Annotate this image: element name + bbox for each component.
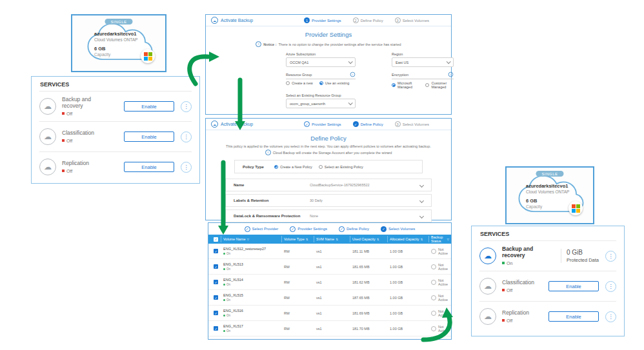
chevron-down-icon bbox=[419, 213, 424, 218]
status-on-indicator bbox=[223, 330, 225, 332]
sort-icon[interactable]: ⇅ bbox=[336, 238, 338, 241]
accordion-labels-retention[interactable]: Labels & Retention30 Daily bbox=[225, 194, 432, 207]
enable-classification-button[interactable]: Enable bbox=[548, 281, 599, 291]
accordion-name[interactable]: NameCloudBackupService-1679252965522 bbox=[225, 179, 432, 191]
step-provider-settings[interactable]: 1Provider Settings bbox=[304, 17, 341, 23]
step-check-icon: ✓ bbox=[245, 226, 250, 232]
row-checkbox[interactable]: ✓ bbox=[214, 295, 218, 300]
step-define-policy[interactable]: ✓Define Policy bbox=[353, 121, 383, 127]
notice-text: There is no option to change the provide… bbox=[279, 43, 401, 46]
step-provider-settings[interactable]: ✓Provider Settings bbox=[304, 121, 341, 127]
step-define-policy[interactable]: ✓Define Policy bbox=[339, 226, 369, 232]
row-checkbox[interactable]: ✓ bbox=[214, 311, 218, 315]
more-options-icon[interactable]: ⋮ bbox=[605, 251, 616, 262]
step-check-icon: 1 bbox=[304, 17, 310, 23]
ha-mode-badge: SINGLE bbox=[105, 19, 132, 24]
more-options-icon[interactable]: ⋮ bbox=[181, 131, 192, 142]
existing-rg-select[interactable]: occm_group_uaenorth bbox=[286, 99, 356, 108]
step-number-icon: 2 bbox=[353, 17, 359, 23]
volume-name: ENG_XL512_restoresep27 bbox=[223, 247, 280, 251]
step-select-volumes[interactable]: 3Select Volumes bbox=[395, 121, 429, 127]
status-text: On bbox=[507, 261, 512, 266]
step-define-policy[interactable]: 2Define Policy bbox=[353, 17, 383, 23]
column-header-allocated-capacity[interactable]: Allocated Capacity⇅ bbox=[388, 236, 429, 242]
select-all-checkbox[interactable]: ✓ bbox=[214, 237, 218, 242]
radio-select-existing-policy[interactable]: Select an Existing Policy bbox=[319, 165, 363, 169]
row-checkbox[interactable]: ✓ bbox=[214, 264, 218, 269]
resource-group-label: Resource Group bbox=[286, 73, 312, 77]
svm-name: vs1 bbox=[314, 265, 350, 269]
service-status: Off bbox=[62, 169, 108, 173]
service-name: Classification bbox=[62, 130, 108, 137]
step-check-icon: ✓ bbox=[353, 121, 359, 127]
service-row-replication: ☁ReplicationOffEnable⋮ bbox=[479, 301, 616, 331]
radio-customer-managed[interactable]: Customer Managed bbox=[425, 81, 454, 89]
more-options-icon[interactable]: ⋮ bbox=[605, 311, 616, 322]
column-header-volume-type[interactable]: Volume Type⇅ bbox=[282, 236, 314, 242]
volume-name: ENG_XL513 bbox=[223, 262, 280, 266]
service-status: Off bbox=[62, 112, 108, 116]
column-header-volume-name[interactable]: Volume Name▽ bbox=[221, 236, 282, 242]
not-active-icon bbox=[431, 264, 436, 269]
volume-type: RW bbox=[282, 280, 314, 284]
filter-icon[interactable]: ▽ bbox=[247, 238, 249, 241]
enable-classification-button[interactable]: Enable bbox=[124, 131, 174, 142]
enable-replication-button[interactable]: Enable bbox=[124, 162, 174, 172]
sort-icon[interactable]: ⇅ bbox=[421, 238, 423, 241]
cloud-replication-icon: ☁ bbox=[39, 159, 56, 175]
subscription-select[interactable]: OCCM QA1 bbox=[286, 57, 356, 67]
service-row-backup-and-recovery: ☁Backup and recoveryOffEnable⋮ bbox=[39, 91, 192, 121]
more-options-icon[interactable]: ⋮ bbox=[181, 162, 192, 173]
row-checkbox[interactable]: ✓ bbox=[214, 326, 218, 331]
notice-label: Notice : bbox=[263, 43, 276, 46]
table-row: ✓ENG_XL513OnRWvs1181.65 MB1.00 GBNot Act… bbox=[208, 259, 451, 275]
radio-use-existing-rg[interactable]: Use an existing bbox=[319, 81, 350, 85]
sort-icon[interactable]: ⇅ bbox=[306, 238, 308, 241]
page-title: Provider Settings bbox=[206, 31, 451, 38]
backup-status-text: Not Active bbox=[438, 325, 449, 333]
step-select-provider[interactable]: ✓Select Provider bbox=[245, 226, 279, 232]
row-checkbox[interactable]: ✓ bbox=[214, 249, 218, 253]
row-checkbox[interactable]: ✓ bbox=[214, 280, 218, 284]
column-header-used-capacity[interactable]: Used Capacity⇅ bbox=[350, 236, 388, 242]
radio-microsoft-managed[interactable]: Microsoft Managed bbox=[392, 81, 419, 89]
enable-replication-button[interactable]: Enable bbox=[548, 311, 599, 322]
volume-state: On bbox=[223, 314, 280, 317]
used-capacity: 187.65 MB bbox=[350, 296, 388, 300]
step-provider-settings[interactable]: ✓Provider Settings bbox=[290, 226, 327, 232]
enable-backup-and-recovery-button[interactable]: Enable bbox=[124, 101, 174, 112]
backup-status: Not Active bbox=[429, 325, 451, 333]
radio-create-new-policy[interactable]: Create a New Policy bbox=[274, 165, 312, 169]
cloud-instance-card[interactable]: SINGLE azuredarksitecvo1 Cloud Volumes O… bbox=[71, 14, 166, 72]
step-select-volumes[interactable]: 3Select Volumes bbox=[395, 17, 429, 23]
cloud-backup-icon: ☁ bbox=[479, 248, 496, 264]
svm-name: vs1 bbox=[314, 296, 350, 300]
more-options-icon[interactable]: ⋮ bbox=[605, 281, 616, 292]
service-name: Backup and recovery bbox=[502, 246, 548, 259]
column-label: Used Capacity bbox=[352, 237, 376, 241]
more-options-icon[interactable]: ⋮ bbox=[181, 101, 192, 112]
capacity-value: 6 GB bbox=[526, 198, 569, 204]
service-name: Backup and recovery bbox=[62, 97, 108, 110]
activate-backup-wizard-policy: ☁ Activate Backup ✓Provider Settings✓Def… bbox=[205, 118, 452, 220]
wizard-title: Activate Backup bbox=[221, 18, 253, 23]
cloud-shape: SINGLE azuredarksitecvo1 Cloud Volumes O… bbox=[75, 18, 163, 68]
table-row: ✓ENG_XL514OnRWvs1181.62 MB1.00 GBNot Act… bbox=[208, 275, 451, 290]
volume-name: ENG_XL517 bbox=[223, 324, 280, 328]
wizard-title: Activate Backup bbox=[221, 122, 253, 126]
status-text: Off bbox=[507, 288, 512, 293]
radio-create-new-rg[interactable]: Create a new bbox=[286, 81, 313, 85]
cloud-instance-card[interactable]: SINGLE azuredarksitecvo1 Cloud Volumes O… bbox=[505, 166, 594, 224]
filter-icon[interactable]: ▽ bbox=[447, 238, 449, 241]
column-header-svm-name[interactable]: SVM Name⇅ bbox=[314, 236, 350, 242]
volume-state: On bbox=[223, 283, 280, 286]
step-check-icon: ✓ bbox=[304, 121, 310, 127]
region-label: Region bbox=[392, 52, 454, 56]
region-select[interactable]: East US bbox=[392, 57, 454, 67]
sort-icon[interactable]: ⇅ bbox=[377, 238, 379, 241]
accordion-datalock-ransomware-protection[interactable]: DataLock & Ransomware ProtectionNone bbox=[225, 209, 432, 222]
step-select-volumes[interactable]: ✓Select Volumes bbox=[381, 226, 415, 232]
status-on-indicator bbox=[223, 268, 225, 270]
column-header-backup-status[interactable]: Backup Status▽ bbox=[429, 236, 451, 242]
svm-name: vs1 bbox=[314, 311, 350, 315]
